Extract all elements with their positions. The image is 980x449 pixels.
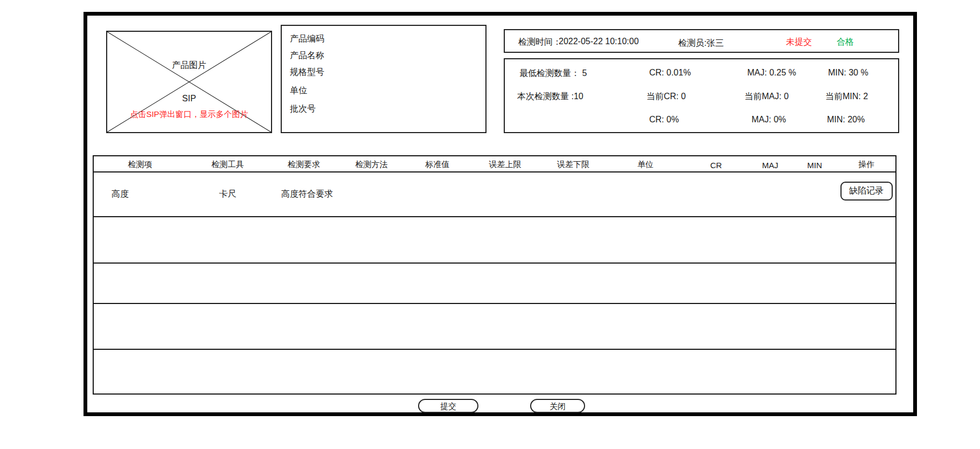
stat-current-min: 当前MIN: 2 [825,91,868,102]
cell-tool: 卡尺 [186,189,269,200]
col-header-unit: 单位 [607,160,684,171]
stat-cr-limit: CR: 0.01% [649,68,691,78]
product-image-label: 产品图片 [107,60,271,71]
stat-current-cr: 当前CR: 0 [647,91,686,102]
close-button[interactable]: 关闭 [530,399,585,413]
field-batch-no: 批次号 [290,100,485,117]
sip-label[interactable]: SIP [107,94,271,103]
stat-min-limit: MIN: 30 % [828,68,868,78]
stat-maj-limit: MAJ: 0.25 % [747,68,796,78]
table-row-empty [94,304,895,350]
inspector-name: 检测员:张三 [678,38,724,49]
col-header-maj: MAJ [748,161,792,171]
submit-status-badge: 未提交 [786,37,812,48]
table-header-row: 检测项 检测工具 检测要求 检测方法 标准值 误差上限 误差下限 单位 CR M… [94,156,895,172]
cell-requirement: 高度符合要求 [269,189,339,200]
col-header-action: 操作 [837,160,895,171]
field-unit: 单位 [290,82,485,99]
col-header-lower-tolerance: 误差下限 [539,160,607,171]
table-row-empty [94,217,895,264]
stat-cr-rate: CR: 0% [649,115,679,125]
col-header-item: 检测项 [94,160,186,171]
product-image-placeholder[interactable]: 产品图片 SIP 点击SIP弹出窗口，显示多个图片 [106,31,272,133]
field-product-name: 产品名称 [290,47,485,64]
col-header-min: MIN [792,161,837,171]
stat-min-rate: MIN: 20% [827,115,865,125]
col-header-upper-tolerance: 误差上限 [471,160,539,171]
submit-button[interactable]: 提交 [418,399,478,413]
table-row-empty [94,264,895,304]
stat-min-qty: 最低检测数量： 5 [519,68,587,79]
field-product-code: 产品编码 [290,30,485,47]
product-info-panel: 产品编码 产品名称 规格型号 单位 批次号 [281,25,486,133]
inspection-items-table: 检测项 检测工具 检测要求 检测方法 标准值 误差上限 误差下限 单位 CR M… [93,155,896,395]
stat-current-maj: 当前MAJ: 0 [745,91,789,102]
cell-item: 高度 [94,189,186,200]
inspection-time-value: 2022-05-22 10:10:00 [559,37,639,46]
col-header-method: 检测方法 [339,160,404,171]
inspection-status-bar: 检测时间： 2022-05-22 10:10:00 检测员:张三 未提交 合格 [504,29,899,53]
defect-record-button[interactable]: 缺陷记录 [840,182,893,201]
stat-current-qty: 本次检测数量 :10 [517,91,583,102]
stat-maj-rate: MAJ: 0% [752,115,786,125]
col-header-tool: 检测工具 [186,160,269,171]
col-header-requirement: 检测要求 [269,160,339,171]
col-header-cr: CR [684,161,748,171]
inspection-time-label: 检测时间： [518,37,561,48]
inspection-stats-panel: 最低检测数量： 5 CR: 0.01% MAJ: 0.25 % MIN: 30 … [504,58,899,133]
result-status-badge: 合格 [837,37,854,48]
table-row-empty [94,350,895,393]
table-row: 高度 卡尺 高度符合要求 缺陷记录 [94,172,895,217]
col-header-standard: 标准值 [404,160,471,171]
sip-hint-text: 点击SIP弹出窗口，显示多个图片 [107,109,271,120]
inspection-dialog: 产品图片 SIP 点击SIP弹出窗口，显示多个图片 产品编码 产品名称 规格型号… [84,12,917,416]
field-spec-model: 规格型号 [290,64,485,80]
